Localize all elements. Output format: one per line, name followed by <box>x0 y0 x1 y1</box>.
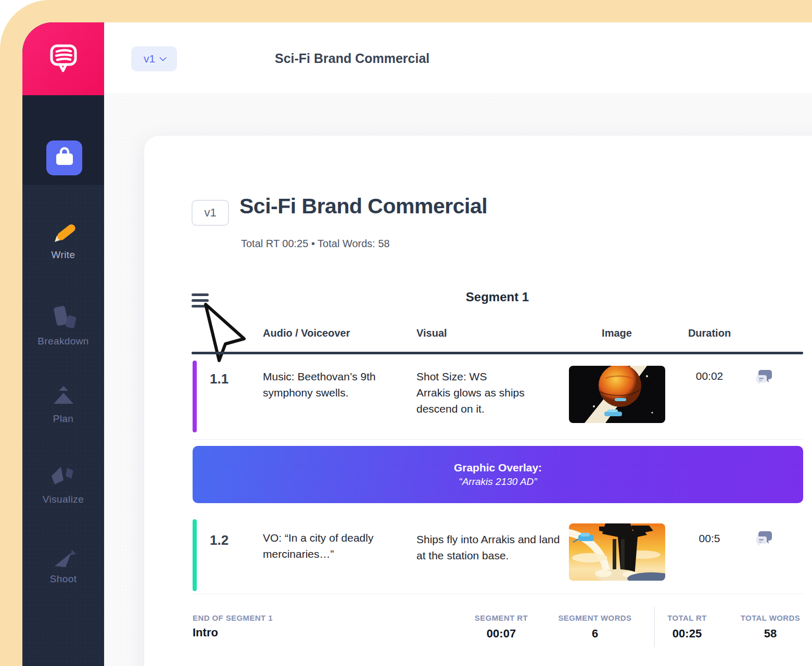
sidebar-item-label: Visualize <box>22 494 104 505</box>
app-window: Write Breakdown Plan <box>22 22 812 666</box>
document-totals: Total RT 00:25 • Total Words: 58 <box>241 238 390 250</box>
end-of-segment-label: END OF SEGMENT 1 <box>193 613 273 622</box>
version-badge: v1 <box>192 200 229 226</box>
script-card: v1 Sci-Fi Brand Commercial Total RT 00:2… <box>144 136 812 666</box>
comments-icon[interactable] <box>755 369 773 389</box>
storyboard-image-planet[interactable] <box>569 366 665 423</box>
sidebar: Write Breakdown Plan <box>22 22 104 666</box>
breakdown-cards-icon <box>22 302 104 332</box>
audio-cell[interactable]: VO: “In a city of deadly mercinaries…” <box>263 530 394 562</box>
screenshot-stage: Write Breakdown Plan <box>0 0 812 666</box>
stat-value: 58 <box>726 627 812 641</box>
version-label: v1 <box>144 53 155 65</box>
graphic-overlay-row[interactable]: Graphic Overlay: “Arrakis 2130 AD” <box>193 446 803 503</box>
sidebar-item-shoot[interactable]: Shoot <box>22 545 104 585</box>
sidebar-item-label: Write <box>22 249 104 261</box>
column-header-image: Image <box>586 327 648 339</box>
header-document-title: Sci-Fi Brand Commercial <box>275 22 429 94</box>
mouse-cursor-icon <box>195 301 252 367</box>
column-header-duration: Duration <box>678 327 741 339</box>
segment-title: Segment 1 <box>192 290 803 304</box>
page-title: Sci-Fi Brand Commercial <box>239 194 487 219</box>
shoot-plane-icon <box>22 545 104 570</box>
storyboard-image-station[interactable] <box>569 523 665 581</box>
stat-value: 00:25 <box>643 627 731 641</box>
stat-label: SEGMENT WORDS <box>551 613 639 622</box>
overlay-subtitle: “Arrakis 2130 AD” <box>459 476 537 488</box>
sidebar-item-visualize[interactable]: Visualize <box>22 464 104 505</box>
row-divider <box>192 594 803 594</box>
sidebar-item-label: Plan <box>22 413 104 425</box>
column-header-audio: Audio / Voiceover <box>263 327 350 339</box>
row-accent-bar <box>193 519 197 591</box>
chevron-down-icon <box>159 54 167 61</box>
visualize-shapes-icon <box>22 464 104 491</box>
stat-label: SEGMENT RT <box>457 613 545 622</box>
segment-name: Intro <box>193 626 218 639</box>
write-pencil-icon <box>22 219 104 246</box>
sidebar-item-write[interactable]: Write <box>22 219 104 261</box>
stat-segment-words: SEGMENT WORDS 6 <box>551 613 639 641</box>
duration-cell[interactable]: 00:02 <box>678 370 741 382</box>
row-number: 1.2 <box>210 532 229 548</box>
sidebar-item-plan[interactable]: Plan <box>22 384 104 425</box>
version-dropdown[interactable]: v1 <box>131 46 177 71</box>
table-header-rule <box>192 352 803 354</box>
stat-label: TOTAL RT <box>643 613 731 622</box>
briefcase-icon <box>54 147 75 169</box>
column-header-visual: Visual <box>416 327 447 339</box>
row-number: 1.1 <box>210 371 229 387</box>
stat-value: 00:07 <box>457 627 545 641</box>
sidebar-item-label: Shoot <box>22 573 104 585</box>
duration-cell[interactable]: 00:5 <box>678 532 741 545</box>
sidebar-item-label: Breakdown <box>22 336 104 347</box>
plan-mountain-icon <box>22 384 104 410</box>
stat-segment-rt: SEGMENT RT 00:07 <box>457 613 545 641</box>
top-header: v1 Sci-Fi Brand Commercial <box>104 22 812 94</box>
sidebar-item-projects[interactable] <box>46 140 82 175</box>
row-accent-bar <box>193 361 197 432</box>
visual-cell[interactable]: Shot Size: WS Arrakis glows as ships des… <box>416 368 563 417</box>
sidebar-item-breakdown[interactable]: Breakdown <box>22 302 104 347</box>
stat-total-words: TOTAL WORDS 58 <box>726 613 812 641</box>
app-logo[interactable] <box>22 22 104 95</box>
speech-bubble-logo-icon <box>47 41 80 76</box>
stat-total-rt: TOTAL RT 00:25 <box>643 613 731 641</box>
stat-value: 6 <box>551 627 639 641</box>
stat-label: TOTAL WORDS <box>726 613 812 622</box>
comments-icon[interactable] <box>755 530 773 550</box>
overlay-title: Graphic Overlay: <box>454 462 542 474</box>
row-divider <box>192 439 803 440</box>
visual-cell[interactable]: Ships fly into Arrakis and land at the s… <box>416 531 563 563</box>
audio-cell[interactable]: Music: Beethovan’s 9th symphony swells. <box>263 368 397 401</box>
main-content: v1 Sci-Fi Brand Commercial Total RT 00:2… <box>104 95 812 666</box>
